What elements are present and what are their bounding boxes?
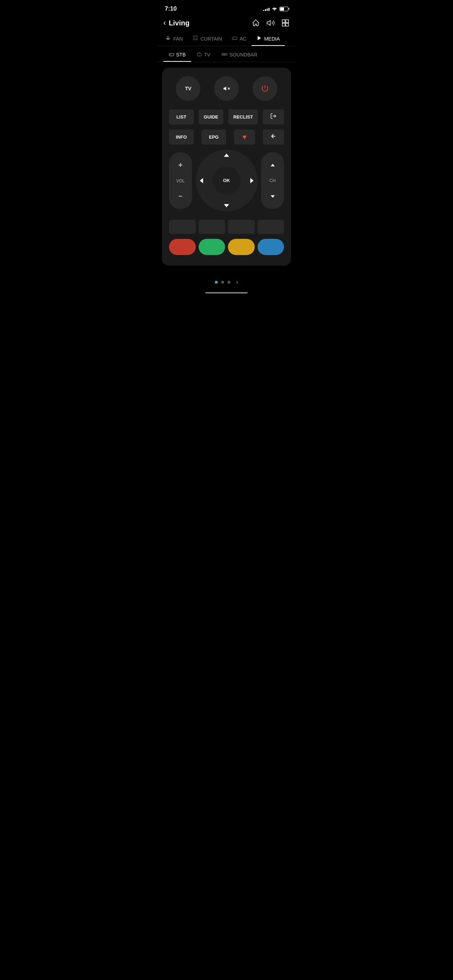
placeholder-row — [169, 220, 284, 234]
svg-rect-3 — [282, 23, 285, 26]
reclist-button[interactable]: RECLIST — [228, 109, 258, 124]
wifi-icon — [272, 7, 277, 11]
sub-tab-tv-label: TV — [204, 52, 210, 57]
channel-control: CH — [261, 153, 284, 209]
nav-dot-1 — [215, 281, 218, 284]
grid-icon[interactable] — [281, 19, 290, 27]
placeholder-btn-4[interactable] — [257, 220, 285, 234]
status-bar: 7:10 — [158, 0, 295, 16]
func-row-2: INFO EPG ♥ — [169, 129, 284, 145]
svg-point-15 — [222, 54, 223, 55]
cat-tab-curtain[interactable]: CURTAIN — [188, 32, 227, 46]
cat-tab-curtain-label: CURTAIN — [200, 36, 222, 41]
category-tabs: FAN CURTAIN AC MEDIA — [158, 32, 295, 46]
color-buttons-row — [169, 239, 284, 255]
home-bar — [205, 292, 248, 294]
vol-up-button[interactable]: + — [177, 159, 184, 171]
battery-icon — [280, 7, 288, 11]
info-button[interactable]: INFO — [169, 129, 194, 145]
svg-rect-4 — [286, 23, 289, 26]
ch-down-button[interactable] — [269, 191, 277, 202]
epg-button[interactable]: EPG — [202, 129, 226, 145]
remote-control: TV LIST GUIDE RECLIST — [162, 68, 291, 266]
home-indicator — [158, 289, 295, 299]
dpad-row: + VOL − OK CH — [169, 150, 284, 211]
fav-button[interactable]: ♥ — [234, 129, 255, 145]
placeholder-btn-2[interactable] — [199, 220, 226, 234]
sub-tab-soundbar[interactable]: SOUNDBAR — [216, 48, 263, 62]
sub-tab-soundbar-label: SOUNDBAR — [229, 52, 257, 57]
sub-tabs: STB TV SOUNDBAR — [158, 48, 295, 62]
status-icons — [263, 7, 288, 11]
dpad-ok-button[interactable]: OK — [212, 167, 241, 195]
ch-up-button[interactable] — [269, 159, 277, 170]
back-button[interactable]: ‹ — [163, 18, 166, 27]
cat-tab-ac[interactable]: AC — [227, 32, 251, 46]
placeholder-btn-1[interactable] — [169, 220, 196, 234]
svg-rect-11 — [197, 53, 202, 56]
nav-dot-3 — [227, 281, 230, 284]
ch-label: CH — [270, 178, 275, 183]
svg-point-17 — [225, 54, 226, 55]
svg-rect-1 — [282, 20, 285, 22]
cat-tab-fan[interactable]: FAN — [161, 32, 188, 46]
cat-tab-ac-label: AC — [240, 36, 246, 41]
signal-icon — [263, 7, 270, 11]
dpad-left-button[interactable] — [199, 177, 203, 184]
cat-tab-media[interactable]: MEDIA — [251, 32, 285, 46]
mute-button[interactable] — [214, 76, 239, 101]
cat-tab-fan-label: FAN — [173, 36, 183, 41]
power-button[interactable] — [253, 76, 277, 101]
placeholder-btn-3[interactable] — [228, 220, 255, 234]
tv-button[interactable]: TV — [176, 76, 200, 101]
sub-tab-tv[interactable]: TV — [191, 48, 216, 62]
nav-arrow-right[interactable]: › — [236, 278, 238, 286]
dpad: OK — [196, 150, 257, 211]
nav-dot-2 — [221, 281, 224, 284]
top-buttons-row: TV — [169, 76, 284, 101]
blue-button[interactable] — [257, 239, 285, 255]
header-icons — [251, 19, 290, 27]
vol-down-button[interactable]: − — [177, 191, 184, 202]
func-row-1: LIST GUIDE RECLIST — [169, 109, 284, 124]
red-button[interactable] — [169, 239, 196, 255]
svg-marker-0 — [267, 21, 270, 25]
yellow-button[interactable] — [228, 239, 255, 255]
guide-button[interactable]: GUIDE — [199, 109, 223, 124]
dpad-down-button[interactable] — [223, 204, 230, 208]
sub-tab-stb[interactable]: STB — [163, 48, 191, 62]
header: ‹ Living — [158, 16, 295, 32]
exit-button[interactable] — [263, 109, 284, 124]
status-time: 7:10 — [165, 5, 177, 12]
speaker-icon[interactable] — [266, 19, 275, 27]
page-title: Living — [168, 19, 251, 27]
dpad-right-button[interactable] — [250, 177, 254, 184]
vol-label: VOL — [176, 178, 184, 183]
home-icon[interactable] — [251, 19, 260, 27]
svg-rect-6 — [232, 37, 237, 40]
sub-tab-stb-label: STB — [176, 52, 186, 57]
svg-marker-18 — [224, 86, 227, 91]
green-button[interactable] — [199, 239, 226, 255]
cat-tab-media-label: MEDIA — [264, 36, 280, 41]
list-button[interactable]: LIST — [169, 109, 194, 124]
svg-rect-2 — [286, 20, 289, 22]
volume-control: + VOL − — [169, 153, 192, 209]
back-button-remote[interactable] — [263, 129, 284, 145]
dpad-up-button[interactable] — [223, 153, 230, 158]
bottom-nav: › — [158, 271, 295, 289]
